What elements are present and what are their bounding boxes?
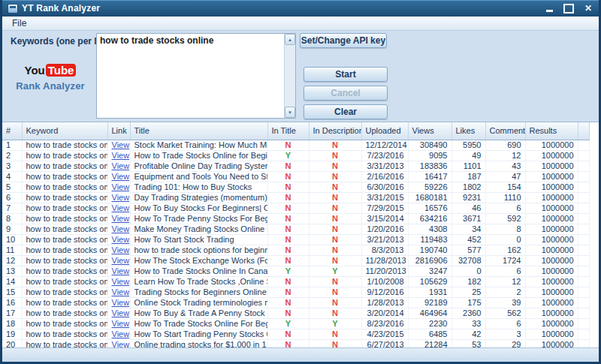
table-row[interactable]: 19 how to trade stocks online View How T…: [2, 329, 590, 339]
cell-link: View: [107, 213, 130, 224]
scroll-down-icon[interactable]: ▼: [285, 107, 295, 118]
cell-likes: 33: [452, 318, 485, 329]
table-row[interactable]: 9 how to trade stocks online View Make M…: [2, 224, 590, 234]
cell-results: 1000000: [525, 192, 578, 203]
minimize-button-icon[interactable]: [544, 3, 554, 14]
cell-keyword: how to trade stocks online: [22, 224, 107, 234]
column-header-keyword[interactable]: Keyword: [22, 122, 107, 140]
table-row[interactable]: 11 how to trade stocks online View how t…: [2, 245, 590, 255]
view-link[interactable]: View: [112, 340, 130, 348]
view-link[interactable]: View: [112, 329, 130, 338]
table-row[interactable]: 5 how to trade stocks online View Tradin…: [2, 182, 590, 192]
cell-comments: 2: [485, 287, 525, 297]
close-button-icon[interactable]: ✕: [583, 3, 593, 14]
table-row[interactable]: 12 how to trade stocks online View How T…: [2, 255, 590, 266]
keywords-scrollbar[interactable]: ▲ ▼: [284, 34, 295, 118]
cell-keyword: how to trade stocks online: [22, 203, 107, 213]
table-row[interactable]: 3 how to trade stocks online View Profit…: [2, 161, 590, 171]
cell-uploaded: 1/28/2013: [361, 297, 408, 308]
view-link[interactable]: View: [112, 245, 130, 254]
view-link[interactable]: View: [112, 172, 130, 181]
view-link[interactable]: View: [112, 319, 130, 328]
table-row[interactable]: 10 how to trade stocks online View How T…: [2, 234, 590, 245]
view-link[interactable]: View: [112, 151, 130, 160]
cell-views: 1931: [408, 287, 452, 297]
table-row[interactable]: 4 how to trade stocks online View Equipm…: [2, 171, 590, 182]
menu-file[interactable]: File: [9, 18, 29, 29]
table-row[interactable]: 14 how to trade stocks online View Learn…: [2, 276, 590, 287]
table-row[interactable]: 13 how to trade stocks online View How t…: [2, 266, 590, 276]
column-header-comments[interactable]: Comments: [485, 122, 525, 140]
cell-row-number: 2: [2, 150, 22, 161]
cell-comments: 1724: [485, 255, 525, 266]
table-row[interactable]: 16 how to trade stocks online View Onlin…: [2, 297, 590, 308]
table-body: 1 how to trade stocks online View Stock …: [2, 140, 590, 347]
column-header-link[interactable]: Link: [107, 122, 130, 140]
cell-filler: [578, 161, 590, 171]
keywords-input[interactable]: [97, 34, 284, 118]
cell-link: View: [107, 182, 130, 192]
view-link[interactable]: View: [112, 140, 130, 149]
table-row[interactable]: 18 how to trade stocks online View How T…: [2, 318, 590, 329]
view-link[interactable]: View: [112, 182, 130, 191]
table-row[interactable]: 15 how to trade stocks online View Tradi…: [2, 287, 590, 297]
table-row[interactable]: 8 how to trade stocks online View How To…: [2, 213, 590, 224]
column-header-intitle[interactable]: In Title: [267, 122, 309, 140]
table-row[interactable]: 17 how to trade stocks online View How T…: [2, 308, 590, 318]
view-link[interactable]: View: [112, 214, 130, 223]
cancel-button[interactable]: Cancel: [304, 86, 388, 101]
table-row[interactable]: 2 how to trade stocks online View How to…: [2, 150, 590, 161]
set-api-key-button[interactable]: Set/Change API key: [300, 33, 387, 48]
view-link[interactable]: View: [112, 161, 130, 170]
maximize-button-icon[interactable]: [563, 3, 574, 14]
cell-results: 1000000: [525, 318, 578, 329]
cell-uploaded: 3/15/2014: [361, 213, 408, 224]
cell-title: Day Trading Strategies (momentum) for Be…: [130, 192, 267, 203]
view-link[interactable]: View: [112, 266, 130, 275]
cell-comments: 6: [485, 318, 525, 329]
view-link[interactable]: View: [112, 203, 130, 212]
app-icon: [8, 4, 18, 14]
table-row[interactable]: 1 how to trade stocks online View Stock …: [2, 140, 590, 150]
cell-uploaded: 3/31/2013: [361, 161, 408, 171]
column-header-title[interactable]: Title: [130, 122, 267, 140]
cell-in-description: N: [309, 203, 361, 213]
clear-button[interactable]: Clear: [304, 104, 388, 119]
column-header-uploaded[interactable]: Uploaded: [361, 122, 408, 140]
cell-comments: 592: [485, 213, 525, 224]
cell-likes: 0: [452, 266, 485, 276]
table-row[interactable]: 7 how to trade stocks online View How To…: [2, 203, 590, 213]
view-link[interactable]: View: [112, 287, 130, 296]
cell-views: 190740: [408, 245, 452, 255]
table-row[interactable]: 6 how to trade stocks online View Day Tr…: [2, 192, 590, 203]
view-link[interactable]: View: [112, 308, 130, 317]
table-row[interactable]: 20 how to trade stocks online View Onlin…: [2, 339, 590, 347]
cell-comments: 6: [485, 266, 525, 276]
view-link[interactable]: View: [112, 256, 130, 265]
cell-results: 1000000: [525, 266, 578, 276]
view-link[interactable]: View: [112, 277, 130, 286]
title-bar: YT Rank Analyzer ✕: [2, 0, 599, 17]
cell-views: 59226: [408, 182, 452, 192]
cell-link: View: [107, 329, 130, 339]
view-link[interactable]: View: [112, 224, 130, 233]
view-link[interactable]: View: [112, 298, 130, 307]
view-link[interactable]: View: [112, 193, 130, 202]
cell-in-description: N: [309, 213, 361, 224]
column-header-results[interactable]: Results: [525, 122, 578, 140]
column-header-views[interactable]: Views: [408, 122, 452, 140]
cell-in-title: N: [267, 171, 309, 182]
column-header-likes[interactable]: Likes: [452, 122, 485, 140]
view-link[interactable]: View: [112, 235, 130, 244]
column-header-num[interactable]: #: [2, 122, 22, 140]
cell-filler: [578, 140, 590, 150]
cell-title: Trading Stocks for Beginners Online with…: [130, 287, 267, 297]
cell-link: View: [107, 339, 130, 347]
cell-row-number: 12: [2, 255, 22, 266]
start-button[interactable]: Start: [304, 67, 388, 82]
column-header-indesc[interactable]: In Description: [309, 122, 361, 140]
scroll-up-icon[interactable]: ▲: [285, 34, 295, 45]
cell-filler: [578, 234, 590, 245]
cell-likes: 182: [452, 276, 485, 287]
cell-filler: [578, 245, 590, 255]
